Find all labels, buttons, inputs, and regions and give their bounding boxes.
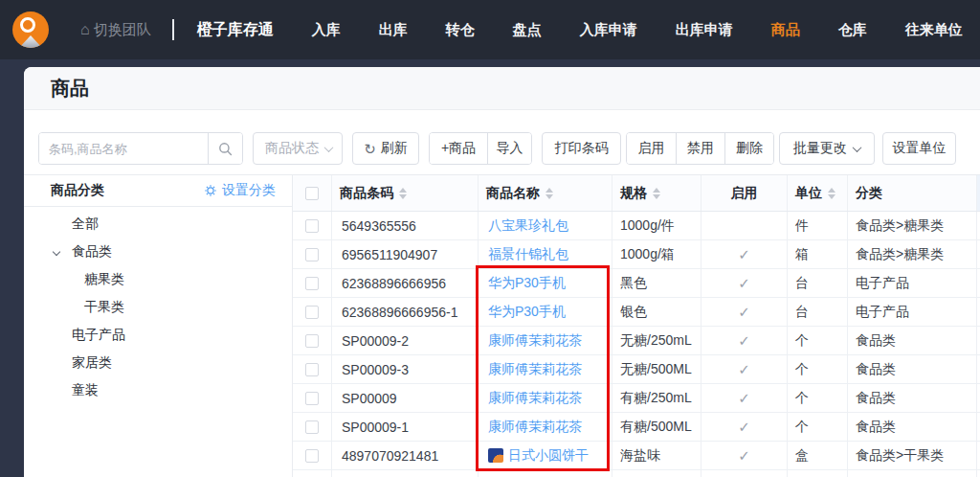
row-checkbox[interactable] <box>305 277 319 290</box>
nav-item[interactable]: 入库申请 <box>580 21 637 39</box>
category-tree-item[interactable]: 食品类 <box>24 238 292 265</box>
name-cell: 华为P30手机 <box>479 269 612 297</box>
nav-divider <box>172 19 174 40</box>
product-status-select[interactable]: 商品状态 <box>253 132 343 165</box>
batch-edit-label: 批量更改 <box>793 140 847 157</box>
search-icon <box>218 142 233 156</box>
category-cell <box>848 470 977 477</box>
header-checkbox-cell <box>293 175 332 211</box>
row-checkbox[interactable] <box>305 306 319 319</box>
nav-item[interactable]: 盘点 <box>513 21 542 39</box>
column-header[interactable]: 商品名称 <box>479 175 612 211</box>
category-tree-item[interactable]: 糖果类 <box>24 265 292 293</box>
column-header-label: 分类 <box>856 185 882 202</box>
name-cell: 康师傅茉莉花茶 <box>479 327 612 354</box>
row-checkbox[interactable] <box>305 334 319 348</box>
nav-item[interactable]: 往来单位 <box>905 21 963 39</box>
enable-button[interactable]: 启用 <box>627 133 676 164</box>
sort-icon[interactable] <box>653 188 660 199</box>
unit-cell <box>788 470 848 477</box>
check-icon: ✓ <box>738 447 750 465</box>
check-icon: ✓ <box>738 275 750 292</box>
check-icon: ✓ <box>738 390 750 407</box>
table-header-row: 商品条码商品名称规格启用单位分类 <box>293 175 980 212</box>
enabled-cell: ✓ <box>702 240 788 268</box>
select-all-checkbox[interactable] <box>305 187 319 200</box>
barcode-cell: 62368896666956 <box>332 269 479 297</box>
chevron-down-icon[interactable] <box>53 248 60 256</box>
row-checkbox-cell <box>293 384 332 412</box>
product-name-link[interactable]: 康师傅茉莉花茶 <box>488 390 582 407</box>
barcode-cell: SP00009-3 <box>332 355 479 383</box>
refresh-button[interactable]: ↻ 刷新 <box>352 132 419 165</box>
add-product-button[interactable]: +商品 <box>430 133 487 164</box>
row-checkbox[interactable] <box>305 420 319 434</box>
spec-cell: 无糖/500ML <box>612 355 702 383</box>
category-tree-item[interactable]: 家居类 <box>24 349 292 376</box>
category-cell: 食品类>糖果类 <box>848 240 977 268</box>
product-name-link[interactable]: 八宝果珍礼包 <box>488 217 568 235</box>
batch-edit-dropdown[interactable]: 批量更改 <box>779 132 875 165</box>
column-header[interactable]: 单位 <box>788 175 848 211</box>
spec-cell: 有糖/250mL <box>612 384 702 412</box>
product-name-link[interactable]: 日式小圆饼干 <box>508 447 589 465</box>
spec-cell: 有糖/500ML <box>612 413 702 441</box>
nav-item[interactable]: 出库 <box>379 21 408 39</box>
product-name-link[interactable]: 康师傅茉莉花茶 <box>488 332 582 350</box>
row-checkbox-cell <box>293 327 332 354</box>
app-logo-icon[interactable] <box>12 11 49 48</box>
search-button[interactable] <box>208 133 242 164</box>
enabled-cell: ✓ <box>702 413 788 441</box>
spec-cell: 黑色 <box>612 269 702 297</box>
category-tree-item[interactable]: 干果类 <box>24 293 292 321</box>
search-input[interactable] <box>39 133 208 164</box>
sort-icon[interactable] <box>546 188 553 199</box>
disable-button[interactable]: 禁用 <box>676 133 724 164</box>
row-checkbox[interactable] <box>305 449 319 463</box>
main-area: 商品分类 设置分类 全部 食品类 糖果类 <box>24 174 980 477</box>
nav-item[interactable]: 商品 <box>771 21 800 39</box>
product-name-link[interactable]: 华为P30手机 <box>488 275 566 292</box>
spec-cell: 无糖/250mL <box>612 327 702 354</box>
category-label: 干果类 <box>84 299 124 316</box>
table-row: 6956511904907 福景什锦礼包 1000g/箱 ✓ 箱 食品类>糖果类 <box>293 240 980 269</box>
category-tree-item[interactable]: 童装 <box>24 376 292 404</box>
unit-cell: 个 <box>788 384 848 412</box>
enable-disable-delete-group: 启用 禁用 删除 <box>626 132 774 165</box>
category-tree-item[interactable]: 电子产品 <box>24 321 292 349</box>
nav-item[interactable]: 转仓 <box>446 21 475 39</box>
column-header[interactable]: 规格 <box>612 175 702 211</box>
nav-item[interactable]: 出库申请 <box>676 21 733 39</box>
switch-team-button[interactable]: ⌂ 切换团队 <box>80 21 151 39</box>
product-name-link[interactable]: 康师傅茉莉花茶 <box>488 419 582 436</box>
set-category-link[interactable]: 设置分类 <box>204 182 276 199</box>
column-header-label: 商品条码 <box>340 185 393 202</box>
category-tree-item[interactable]: 全部 <box>24 210 292 238</box>
column-header[interactable]: 商品条码 <box>332 175 479 211</box>
sort-icon[interactable] <box>828 188 835 199</box>
sort-icon[interactable] <box>399 188 407 199</box>
search-box <box>38 132 243 165</box>
row-checkbox[interactable] <box>305 248 319 261</box>
product-name-link[interactable]: 福景什锦礼包 <box>488 246 568 263</box>
enabled-cell: ✓ <box>702 442 788 469</box>
row-checkbox-cell <box>293 470 332 477</box>
print-barcode-button[interactable]: 打印条码 <box>542 132 621 165</box>
category-cell: 食品类 <box>848 384 977 412</box>
column-header: 分类 <box>848 175 977 211</box>
partial-table-row <box>293 470 980 477</box>
nav-item[interactable]: 入库 <box>312 21 341 39</box>
set-unit-button[interactable]: 设置单位 <box>882 132 956 165</box>
set-category-label: 设置分类 <box>222 182 276 199</box>
product-name-link[interactable]: 康师傅茉莉花茶 <box>488 361 582 378</box>
product-name-link[interactable]: 华为P30手机 <box>488 304 566 321</box>
delete-button[interactable]: 删除 <box>724 133 773 164</box>
nav-item[interactable]: 仓库 <box>838 21 867 39</box>
row-checkbox[interactable] <box>305 392 319 405</box>
gear-icon <box>204 184 217 197</box>
row-checkbox[interactable] <box>305 219 319 233</box>
row-checkbox[interactable] <box>305 363 319 376</box>
name-cell: 康师傅茉莉花茶 <box>479 384 612 412</box>
import-button[interactable]: 导入 <box>487 133 531 164</box>
barcode-cell: 4897070921481 <box>332 442 479 469</box>
